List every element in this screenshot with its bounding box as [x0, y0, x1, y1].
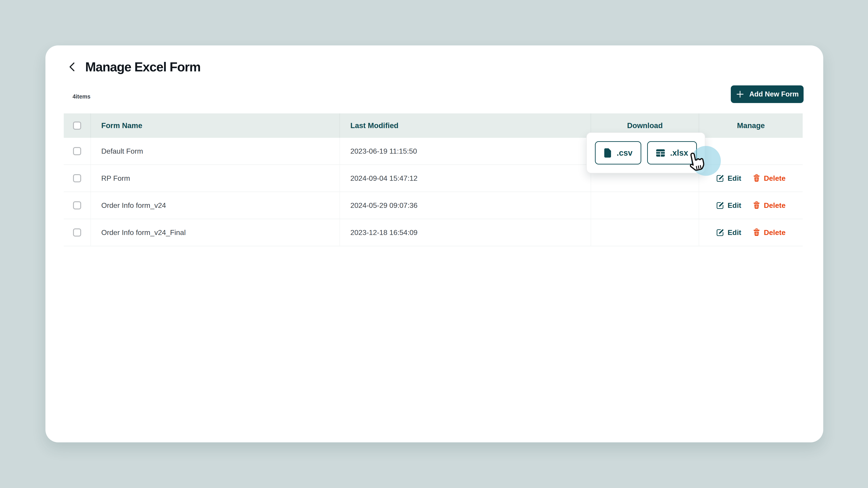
- trash-icon: [753, 174, 760, 182]
- row-select-cell: [64, 165, 90, 192]
- download-cell: [591, 219, 699, 246]
- back-button[interactable]: [66, 60, 78, 74]
- select-all-cell: [64, 113, 90, 138]
- add-new-form-button[interactable]: Add New Form: [731, 86, 804, 103]
- page-background: Manage Excel Form 4items Add New Form Fo…: [0, 0, 868, 488]
- add-new-form-label: Add New Form: [749, 90, 799, 98]
- row-select-cell: [64, 219, 90, 246]
- delete-button[interactable]: Delete: [753, 201, 785, 210]
- download-cell: [591, 192, 699, 219]
- edit-button[interactable]: Edit: [716, 174, 741, 183]
- form-name-cell: Order Info form_v24_Final: [90, 219, 340, 246]
- delete-button[interactable]: Delete: [753, 228, 785, 237]
- edit-pencil-icon: [716, 174, 724, 182]
- csv-label: .csv: [617, 148, 632, 158]
- row-checkbox[interactable]: [73, 147, 81, 155]
- manage-cell: Edit Delete: [699, 192, 803, 219]
- manage-excel-form-card: Manage Excel Form 4items Add New Form Fo…: [45, 45, 823, 442]
- last-modified-cell: 2023-06-19 11:15:50: [340, 138, 591, 164]
- edit-label: Edit: [727, 228, 741, 237]
- plus-icon: [736, 90, 744, 98]
- form-name-cell: RP Form: [90, 165, 340, 192]
- row-checkbox[interactable]: [73, 174, 81, 182]
- column-header-manage: Manage: [699, 113, 803, 138]
- xlsx-table-icon: [655, 149, 665, 157]
- edit-button[interactable]: Edit: [716, 228, 741, 237]
- edit-label: Edit: [727, 174, 741, 183]
- select-all-checkbox[interactable]: [73, 122, 81, 130]
- last-modified-cell: 2023-12-18 16:54:09: [340, 219, 591, 246]
- row-select-cell: [64, 138, 90, 164]
- row-select-cell: [64, 192, 90, 219]
- delete-button[interactable]: Delete: [753, 174, 785, 183]
- column-header-last-modified: Last Modified: [340, 113, 591, 138]
- row-checkbox[interactable]: [73, 201, 81, 209]
- form-name-cell: Order Info form_v24: [90, 192, 340, 219]
- edit-pencil-icon: [716, 229, 724, 236]
- trash-icon: [753, 228, 760, 236]
- table-row: Order Info form_v24_Final 2023-12-18 16:…: [64, 219, 803, 246]
- form-name-cell: Default Form: [90, 138, 340, 164]
- trash-icon: [753, 201, 760, 209]
- delete-label: Delete: [764, 228, 785, 237]
- row-checkbox[interactable]: [73, 228, 81, 236]
- column-header-form-name: Form Name: [90, 113, 340, 138]
- manage-cell: Edit Delete: [699, 219, 803, 246]
- delete-label: Delete: [764, 174, 785, 183]
- page-title: Manage Excel Form: [85, 59, 200, 74]
- items-count-label: 4items: [72, 93, 90, 100]
- edit-pencil-icon: [716, 201, 724, 209]
- edit-label: Edit: [727, 201, 741, 210]
- page-header: Manage Excel Form: [66, 59, 200, 74]
- last-modified-cell: 2024-05-29 09:07:36: [340, 192, 591, 219]
- chevron-left-icon: [69, 62, 75, 72]
- csv-file-icon: [603, 148, 612, 158]
- table-row: Order Info form_v24 2024-05-29 09:07:36 …: [64, 192, 803, 219]
- edit-button[interactable]: Edit: [716, 201, 741, 210]
- last-modified-cell: 2024-09-04 15:47:12: [340, 165, 591, 192]
- download-csv-button[interactable]: .csv: [595, 141, 641, 164]
- delete-label: Delete: [764, 201, 785, 210]
